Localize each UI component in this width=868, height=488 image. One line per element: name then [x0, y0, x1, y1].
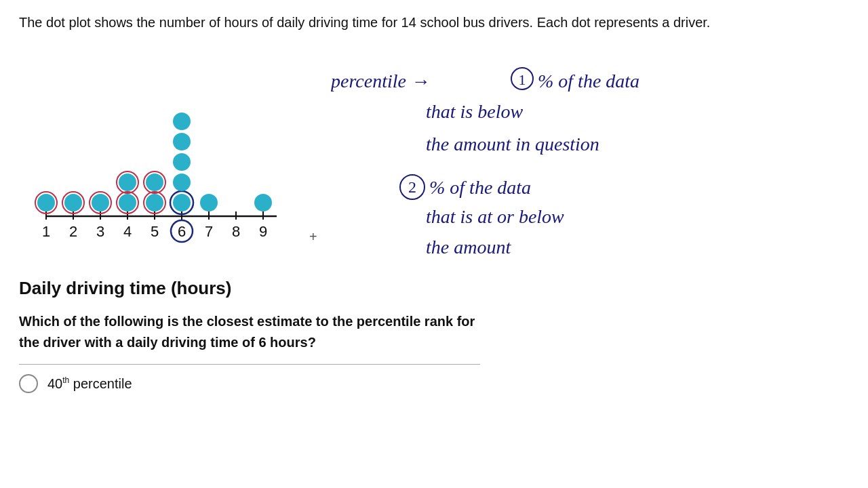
dot-4-2	[119, 174, 136, 191]
notes-area: percentile → 1 % of the data that is bel…	[304, 43, 849, 274]
svg-text:8: 8	[232, 223, 240, 240]
svg-text:the  amount in question: the amount in question	[426, 134, 599, 155]
dot-5-1	[146, 194, 163, 211]
dot-plot-area: 1 2 3 4 5 6 7 8 9	[19, 43, 304, 274]
svg-text:that is below: that is below	[426, 101, 523, 122]
svg-text:the amount: the amount	[426, 237, 511, 258]
dot-1-1	[37, 194, 55, 211]
dot-6-1	[173, 194, 191, 211]
svg-text:1: 1	[519, 71, 526, 88]
svg-text:% of  the  data: % of the data	[538, 70, 639, 92]
svg-text:percentile →: percentile →	[331, 70, 430, 92]
dot-9-1	[254, 194, 272, 211]
answer-label: 40th percentile	[47, 375, 132, 392]
dot-6-3	[173, 153, 191, 171]
axis-label: Daily driving time (hours)	[19, 278, 849, 299]
svg-text:9: 9	[259, 223, 267, 240]
svg-text:2: 2	[69, 223, 77, 240]
dot-4-1	[119, 194, 136, 211]
svg-text:% of the data: % of the data	[429, 177, 531, 198]
question-text: Which of the following is the closest es…	[19, 311, 494, 353]
svg-text:2: 2	[408, 178, 416, 196]
answer-radio[interactable]	[19, 374, 38, 393]
svg-text:3: 3	[96, 223, 104, 240]
dot-6-2	[173, 174, 191, 191]
notes-svg: percentile → 1 % of the data that is bel…	[331, 50, 846, 260]
svg-text:6: 6	[178, 223, 186, 240]
intro-text: The dot plot shows the number of hours o…	[19, 12, 849, 33]
dot-6-4	[173, 133, 191, 150]
dot-plot-svg: 1 2 3 4 5 6 7 8 9	[19, 43, 290, 253]
dot-3-1	[92, 194, 109, 211]
dot-6-5	[173, 113, 191, 130]
answer-row[interactable]: 40th percentile	[19, 374, 849, 393]
svg-text:4: 4	[123, 223, 132, 240]
page-content: The dot plot shows the number of hours o…	[0, 0, 868, 393]
dot-5-2	[146, 174, 163, 191]
dot-2-1	[64, 194, 82, 211]
svg-text:7: 7	[205, 223, 213, 240]
svg-text:1: 1	[42, 223, 50, 240]
svg-text:that is at or below: that is at or below	[426, 206, 564, 227]
svg-text:5: 5	[151, 223, 159, 240]
dot-7-1	[200, 194, 218, 211]
main-area: 1 2 3 4 5 6 7 8 9	[19, 43, 849, 274]
divider	[19, 364, 480, 365]
